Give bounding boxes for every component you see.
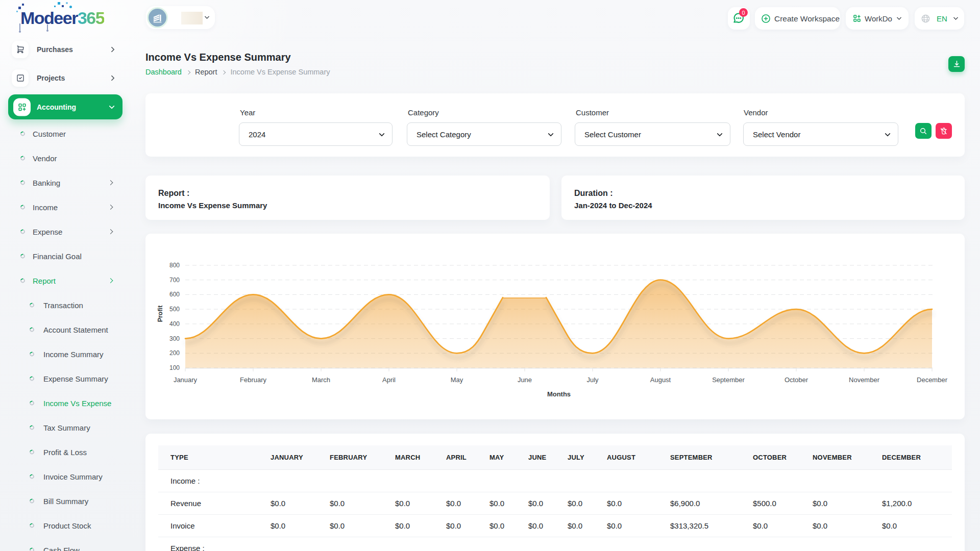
- svg-text:300: 300: [169, 335, 180, 342]
- svg-text:June: June: [518, 376, 532, 384]
- svg-text:800: 800: [169, 262, 180, 269]
- svg-text:Profit: Profit: [157, 305, 164, 322]
- svg-text:January: January: [174, 376, 198, 384]
- svg-text:200: 200: [169, 349, 180, 357]
- svg-text:July: July: [586, 376, 599, 384]
- svg-text:600: 600: [169, 291, 180, 298]
- svg-text:March: March: [312, 376, 330, 384]
- svg-text:500: 500: [169, 306, 180, 313]
- svg-text:October: October: [785, 376, 808, 384]
- svg-text:May: May: [451, 376, 463, 384]
- svg-text:December: December: [917, 376, 948, 384]
- svg-text:February: February: [240, 376, 267, 384]
- svg-text:Months: Months: [547, 390, 571, 398]
- svg-text:November: November: [849, 376, 880, 384]
- svg-text:August: August: [650, 376, 671, 384]
- svg-text:400: 400: [169, 320, 180, 328]
- svg-text:April: April: [382, 376, 396, 384]
- svg-text:700: 700: [169, 277, 180, 284]
- svg-text:100: 100: [169, 364, 180, 371]
- svg-text:September: September: [712, 376, 745, 384]
